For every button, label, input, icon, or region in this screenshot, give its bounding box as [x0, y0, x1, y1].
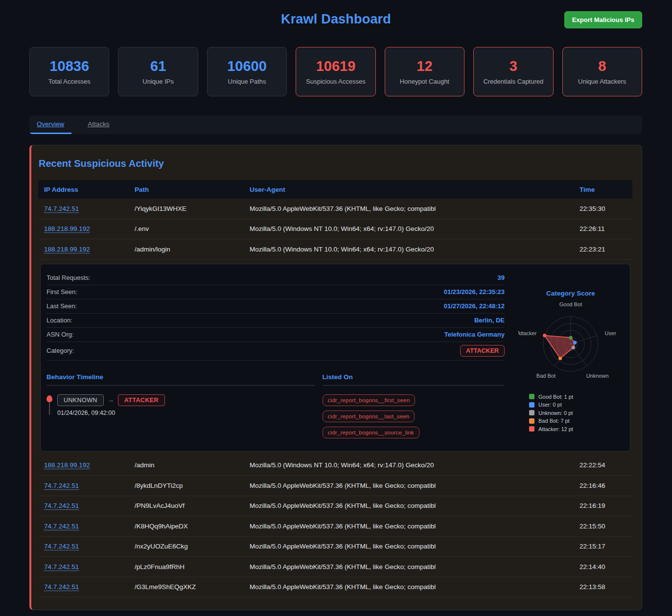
table-row[interactable]: 74.7.242.51 /pLz0Fnua9fRhH Mozilla/5.0 A… — [38, 557, 632, 577]
timeline-marker — [46, 395, 52, 416]
category-chip-unknown: UNKNOWN — [57, 394, 104, 406]
stats-row: 10836 Total Accesses 61 Unique IPs 10600… — [29, 47, 642, 96]
legend-label: Good Bot: 1 pt — [538, 394, 573, 400]
time-cell: 22:13:58 — [579, 583, 632, 591]
user-agent-cell: Mozilla/5.0 AppleWebKit/537.36 (KHTML, l… — [250, 563, 579, 570]
stat-card-unique-ips: 61 Unique IPs — [118, 47, 198, 96]
path-cell: /nx2yUOZuE6Ckg — [135, 543, 250, 550]
table-row[interactable]: 188.218.99.192 /admin/login Mozilla/5.0 … — [38, 239, 632, 260]
listed-on-badges: cidr_report_bogons__first_seencidr_repor… — [323, 394, 505, 438]
stat-label: Credentials Captured — [483, 78, 543, 85]
time-cell: 22:15:50 — [579, 523, 632, 530]
field-label: Total Requests: — [46, 274, 91, 281]
ip-detail-fields: Total Requests:39First Seen:01/23/2026, … — [46, 271, 505, 342]
table-row[interactable]: 188.218.99.192 /admin Mozilla/5.0 (Windo… — [38, 456, 632, 476]
legend-swatch-icon — [529, 426, 534, 432]
ip-address-link[interactable]: 74.7.242.51 — [44, 543, 79, 550]
user-agent-cell: Mozilla/5.0 AppleWebKit/537.36 (KHTML, l… — [250, 523, 579, 530]
table-row[interactable]: 74.7.242.51 /nx2yUOZuE6Ckg Mozilla/5.0 A… — [38, 537, 632, 557]
ip-address-link[interactable]: 188.218.99.192 — [44, 225, 90, 232]
path-cell: /PN9LvAcJ4uoVf — [135, 502, 250, 509]
stat-value: 10836 — [49, 58, 89, 74]
ip-address-link[interactable]: 74.7.242.51 — [44, 523, 79, 530]
path-cell: /admin/login — [135, 246, 250, 253]
timeline-content: UNKNOWN → ATTACKER 01/24/2026, 09:42:00 — [57, 394, 165, 416]
legend-label: Bad Bot: 7 pt — [538, 418, 570, 424]
behavior-timeline-section: Behavior Timeline UNKNOWN → ATTACKER — [46, 373, 315, 438]
user-agent-cell: Mozilla/5.0 AppleWebKit/537.36 (KHTML, l… — [250, 205, 579, 212]
time-cell: 22:15:17 — [579, 543, 632, 550]
stat-value: 61 — [150, 58, 166, 74]
legend-item: Good Bot: 1 pt — [529, 394, 623, 400]
detail-field-row: Last Seen:01/27/2026, 22:48:12 — [46, 299, 505, 314]
stat-label: Unique Attackers — [578, 78, 626, 85]
legend-item: Attacker: 12 pt — [529, 426, 623, 432]
table-row[interactable]: 188.218.99.192 /.env Mozilla/5.0 (Window… — [38, 219, 632, 240]
detail-sections: Behavior Timeline UNKNOWN → ATTACKER — [46, 373, 505, 438]
tab-overview[interactable]: Overview — [29, 115, 71, 134]
detail-field-row: Location:Berlin, DE — [46, 314, 505, 328]
user-agent-cell: Mozilla/5.0 (Windows NT 10.0; Win64; x64… — [250, 461, 579, 469]
category-field-row: Category: ATTACKER — [46, 342, 505, 361]
column-header-path: Path — [135, 186, 250, 193]
table-row[interactable]: 74.7.242.51 /G3Lme9ShEQgXKZ Mozilla/5.0 … — [38, 577, 632, 598]
column-header-user-agent: User-Agent — [250, 186, 579, 193]
ip-address-link[interactable]: 74.7.242.51 — [44, 482, 79, 489]
svg-text:Attacker: Attacker — [518, 330, 537, 336]
time-cell: 22:26:11 — [579, 225, 632, 232]
chart-legend: Good Bot: 1 ptUser: 0 ptUnknown: 0 ptBad… — [529, 394, 623, 432]
stat-card-credentials-captured: 3 Credentials Captured — [473, 47, 553, 96]
column-header-ip-address: IP Address — [44, 186, 135, 193]
blocklist-chip: cidr_report_bogons__first_seen — [323, 394, 416, 406]
table-row[interactable]: 74.7.242.51 /YiqykGI13WHXE Mozilla/5.0 A… — [38, 199, 632, 219]
user-agent-cell: Mozilla/5.0 AppleWebKit/537.36 (KHTML, l… — [250, 543, 579, 550]
stat-label: Unique Paths — [228, 78, 266, 85]
arrow-right-icon: → — [108, 396, 114, 404]
stat-label: Total Accesses — [48, 78, 91, 85]
legend-swatch-icon — [529, 410, 534, 415]
user-agent-cell: Mozilla/5.0 (Windows NT 10.0; Win64; x64… — [250, 246, 579, 253]
ip-address-link[interactable]: 188.218.99.192 — [44, 461, 90, 469]
stat-card-unique-paths: 10600 Unique Paths — [207, 47, 287, 96]
legend-swatch-icon — [529, 394, 534, 399]
table-row[interactable]: 74.7.242.51 /PN9LvAcJ4uoVf Mozilla/5.0 A… — [38, 496, 632, 517]
field-label: ASN Org: — [46, 331, 74, 338]
user-agent-cell: Mozilla/5.0 (Windows NT 10.0; Win64; x64… — [250, 225, 579, 232]
timeline-item: UNKNOWN → ATTACKER 01/24/2026, 09:42:00 — [46, 394, 315, 416]
table-row[interactable]: 74.7.242.51 /8ykdLnDYTi2cp Mozilla/5.0 A… — [38, 476, 632, 496]
ip-address-link[interactable]: 74.7.242.51 — [44, 205, 79, 212]
field-label: Last Seen: — [46, 302, 77, 310]
time-cell: 22:23:21 — [579, 246, 632, 253]
user-agent-cell: Mozilla/5.0 AppleWebKit/537.36 (KHTML, l… — [250, 482, 579, 489]
listed-on-title: Listed On — [323, 373, 505, 386]
ip-address-link[interactable]: 74.7.242.51 — [44, 502, 79, 509]
path-cell: /K8HQq9hAipeDX — [135, 523, 250, 530]
category-attacker-badge: ATTACKER — [460, 345, 505, 357]
legend-item: Bad Bot: 7 pt — [529, 418, 623, 424]
table-row[interactable]: 74.7.242.51 /K8HQq9hAipeDX Mozilla/5.0 A… — [38, 516, 632, 537]
detail-field-row: First Seen:01/23/2026, 22:35:23 — [46, 285, 505, 299]
path-cell: /admin — [135, 461, 250, 469]
ip-address-link[interactable]: 74.7.242.51 — [44, 563, 79, 570]
path-cell: /G3Lme9ShEQgXKZ — [135, 583, 250, 591]
svg-text:Good Bot: Good Bot — [559, 301, 582, 307]
user-agent-cell: Mozilla/5.0 AppleWebKit/537.36 (KHTML, l… — [250, 502, 579, 509]
blocklist-chip: cidr_report_bogons__source_link — [323, 427, 419, 438]
export-malicious-ips-button[interactable]: Export Malicious IPs — [564, 11, 642, 28]
ip-address-link[interactable]: 188.218.99.192 — [44, 246, 90, 253]
legend-label: User: 0 pt — [538, 402, 562, 408]
field-value: Berlin, DE — [474, 317, 505, 324]
stat-value: 12 — [417, 58, 432, 74]
stat-card-unique-attackers: 8 Unique Attackers — [562, 47, 642, 96]
svg-text:User: User — [605, 330, 617, 336]
krawl-dashboard-page: Krawl Dashboard Export Malicious IPs 108… — [0, 0, 672, 616]
blocklist-chip: cidr_report_bogons__last_seen — [323, 411, 415, 422]
stat-card-total-accesses: 10836 Total Accesses — [29, 47, 109, 96]
stat-value: 10600 — [227, 58, 267, 74]
stat-value: 3 — [510, 58, 517, 74]
ip-address-link[interactable]: 74.7.242.51 — [44, 583, 79, 591]
detail-field-row: Total Requests:39 — [46, 271, 505, 285]
stat-value: 8 — [598, 58, 606, 74]
time-cell: 22:14:40 — [579, 563, 632, 570]
tab-attacks[interactable]: Attacks — [80, 115, 116, 134]
